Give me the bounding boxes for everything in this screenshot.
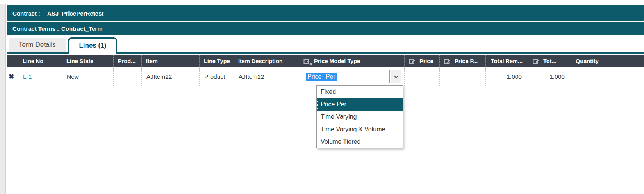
contract-terms-label: Contract Terms :	[12, 25, 59, 32]
tab-lines-label: Lines (1)	[79, 42, 106, 49]
contract-name: ASJ_PricePerRetest	[47, 10, 103, 17]
edit-icon	[444, 58, 451, 65]
price-model-type-cell: Price Per	[299, 67, 404, 86]
column-header-price-p[interactable]: Price P...	[439, 55, 485, 67]
contract-term-name: Contract_Term	[61, 25, 103, 32]
total-rem-cell: 1,000	[485, 67, 528, 86]
chevron-down-icon	[394, 73, 399, 78]
quantity-cell	[571, 67, 644, 86]
price-model-type-input[interactable]: Price Per	[304, 70, 390, 83]
line-type-cell: Product	[199, 67, 234, 86]
line-state-cell: New	[62, 67, 113, 86]
price-p-cell	[439, 67, 485, 86]
item-description-cell: AJItem22	[234, 67, 299, 86]
tab-term-details-label: Term Details	[19, 41, 55, 48]
dropdown-option-time-varying[interactable]: Time Varying	[317, 111, 403, 123]
tab-term-details[interactable]: Term Details	[9, 38, 66, 52]
tab-lines[interactable]: Lines (1)	[68, 37, 117, 54]
grid-header-row: Line No Line State Prod... Item Line Typ…	[7, 55, 644, 67]
column-header-price-model-type[interactable]: ✱ Price Model Type	[299, 55, 404, 67]
edit-icon	[533, 58, 540, 65]
column-header-line-state[interactable]: Line State	[62, 55, 113, 67]
combo-dropdown-button[interactable]	[391, 70, 401, 83]
tab-bar: Term Details Lines (1)	[7, 38, 644, 54]
column-header-item[interactable]: Item	[141, 55, 199, 67]
column-header-price[interactable]: Price	[404, 55, 439, 67]
price-model-type-combo: Price Per	[304, 70, 401, 83]
column-header-line-type[interactable]: Line Type	[199, 55, 234, 67]
line-no-cell: L-1	[18, 67, 62, 86]
line-no-link[interactable]: L-1	[23, 73, 32, 80]
delete-line-icon[interactable]: ✖	[9, 72, 14, 81]
price-cell	[404, 67, 439, 86]
main-content: Contract : ASJ_PricePerRetest Contract T…	[7, 5, 644, 86]
left-edge-panel	[0, 4, 6, 194]
lines-grid: Line No Line State Prod... Item Line Typ…	[7, 55, 644, 86]
dropdown-option-fixed[interactable]: Fixed	[317, 86, 403, 98]
column-header-item-description[interactable]: Item Description	[234, 55, 299, 67]
dropdown-option-time-varying-volume[interactable]: Time Varying & Volume...	[317, 123, 403, 136]
column-header-quantity[interactable]: Quantity	[571, 55, 644, 67]
required-asterisk-icon: ✱	[309, 62, 312, 66]
dropdown-option-volume-tiered[interactable]: Volume Tiered	[317, 136, 403, 148]
prod-cell	[113, 67, 141, 86]
contract-label: Contract :	[12, 10, 42, 17]
column-header-line-no[interactable]: Line No	[18, 55, 62, 67]
price-model-type-dropdown-list: Fixed Price Per Time Varying Time Varyin…	[316, 85, 403, 148]
dropdown-option-price-per[interactable]: Price Per	[317, 98, 403, 111]
column-header-total-rem[interactable]: Total Rem...	[485, 55, 528, 67]
tot-cell: 1,000	[528, 67, 571, 86]
contract-terms-bar: Contract Terms : Contract_Term	[7, 22, 644, 35]
item-cell: AJItem22	[141, 67, 199, 86]
contract-header-bar: Contract : ASJ_PricePerRetest	[7, 5, 644, 21]
edit-required-icon: ✱	[303, 58, 311, 65]
row-actions-cell: ✖	[7, 67, 18, 86]
selected-input-text: Price Per	[306, 73, 337, 81]
column-header-actions	[7, 55, 18, 67]
edit-icon	[409, 58, 416, 65]
column-header-tot[interactable]: Tot...	[528, 55, 571, 67]
line-row: ✖ L-1 New AJItem22 Product AJItem22 Pric…	[7, 67, 644, 86]
column-header-prod[interactable]: Prod...	[113, 55, 141, 67]
